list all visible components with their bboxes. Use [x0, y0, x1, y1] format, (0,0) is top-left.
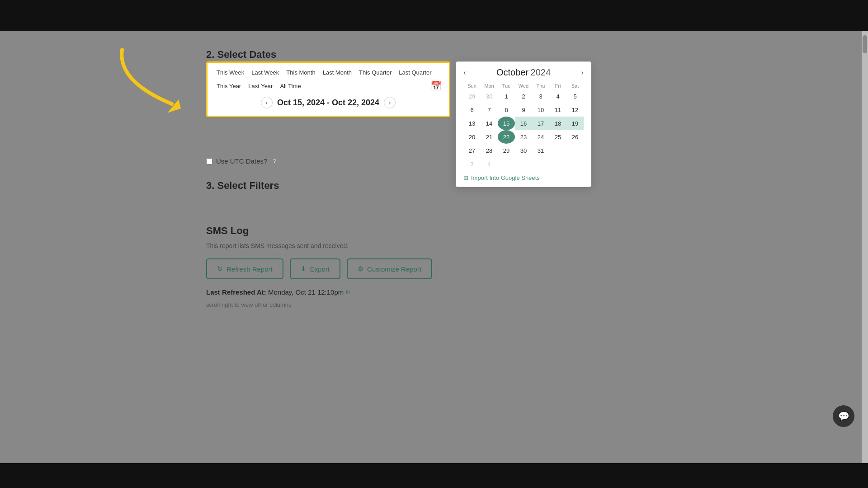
calendar-day-4-1[interactable]: 28 [481, 144, 498, 157]
utc-checkbox[interactable] [206, 158, 212, 164]
chat-icon: 💬 [838, 411, 849, 422]
scroll-hint: scroll right to view other columns [206, 301, 432, 308]
quick-btn-last-quarter[interactable]: Last Quarter [397, 68, 433, 77]
date-range-next[interactable]: › [384, 97, 396, 108]
calendar-day-4-0[interactable]: 27 [463, 144, 481, 157]
calendar-day-2-4[interactable]: 17 [532, 117, 549, 130]
weekday-sun: Sun [463, 82, 481, 89]
table-icon: ⊞ [463, 174, 468, 181]
export-icon: ⬇ [301, 265, 307, 273]
date-picker-left: This Week Last Week This Month Last Mont… [206, 61, 450, 117]
calendar-day-5-3 [515, 157, 532, 171]
date-picker-container: This Week Last Week This Month Last Mont… [206, 61, 805, 187]
weekday-wed: Wed [515, 82, 532, 89]
main-content: 2. Select Dates SMS messages sent and re… [0, 31, 868, 463]
calendar-header: ‹ October 2024 › [463, 67, 584, 78]
sms-log-section: SMS Log This report lists SMS messages s… [206, 225, 432, 308]
calendar-prev-month[interactable]: ‹ [463, 69, 466, 77]
date-range-prev[interactable]: ‹ [261, 97, 273, 108]
calendar-icon-btn[interactable]: 📅 [430, 80, 442, 91]
chat-bubble-button[interactable]: 💬 [833, 405, 854, 427]
calendar-grid: Sun Mon Tue Wed Thu Fri Sat 293012345678… [463, 82, 584, 171]
calendar-day-2-0[interactable]: 13 [463, 117, 481, 130]
calendar-day-3-2[interactable]: 22 [498, 130, 515, 144]
calendar-day-0-3[interactable]: 2 [515, 89, 532, 103]
calendar-day-1-0[interactable]: 6 [463, 103, 481, 117]
quick-select-row: This Week Last Week This Month Last Mont… [215, 68, 442, 91]
calendar-day-1-4[interactable]: 10 [532, 103, 549, 117]
calendar-day-1-1[interactable]: 7 [481, 103, 498, 117]
customize-report-button[interactable]: ⚙ Customize Report [347, 258, 432, 279]
calendar-day-5-0: 3 [463, 157, 481, 171]
calendar-day-0-1: 30 [481, 89, 498, 103]
calendar-day-1-6[interactable]: 12 [566, 103, 584, 117]
step2-title: 2. Select Dates [206, 49, 868, 61]
sms-log-title: SMS Log [206, 225, 432, 237]
calendar-day-1-2[interactable]: 8 [498, 103, 515, 117]
calendar-day-5-4 [532, 157, 549, 171]
calendar-day-1-5[interactable]: 11 [549, 103, 566, 117]
sms-log-desc: This report lists SMS messages sent and … [206, 242, 432, 249]
last-refreshed-label: Last Refreshed At: [206, 288, 266, 296]
refresh-small-icon[interactable]: ↻ [345, 289, 350, 296]
step3-section: 3. Select Filters [206, 180, 279, 194]
calendar-day-3-1[interactable]: 21 [481, 130, 498, 144]
scrollbar-track[interactable] [862, 31, 868, 463]
arrow-annotation [108, 45, 203, 117]
calendar-day-2-1[interactable]: 14 [481, 117, 498, 130]
customize-label: Customize Report [367, 265, 421, 273]
top-bar [0, 0, 868, 31]
refresh-icon: ↻ [217, 265, 223, 273]
export-label: Export [310, 265, 330, 273]
calendar-year: 2024 [531, 67, 551, 77]
calendar-day-2-2[interactable]: 15 [498, 117, 515, 130]
quick-btn-last-year[interactable]: Last Year [246, 82, 274, 90]
calendar-day-5-1: 4 [481, 157, 498, 171]
quick-btn-last-week[interactable]: Last Week [250, 68, 281, 77]
calendar-day-2-6[interactable]: 19 [566, 117, 584, 130]
refresh-report-button[interactable]: ↻ Refresh Report [206, 258, 283, 279]
calendar-day-4-3[interactable]: 30 [515, 144, 532, 157]
calendar-day-4-4[interactable]: 31 [532, 144, 549, 157]
import-google-sheets-link[interactable]: ⊞ Import Into Google Sheets [463, 174, 584, 181]
import-link-text: Import Into Google Sheets [471, 174, 540, 181]
export-button[interactable]: ⬇ Export [290, 258, 340, 279]
weekday-thu: Thu [532, 82, 549, 89]
calendar-day-3-4[interactable]: 24 [532, 130, 549, 144]
calendar-next-month[interactable]: › [581, 69, 584, 77]
help-icon[interactable]: ? [271, 158, 278, 165]
calendar-day-0-0: 29 [463, 89, 481, 103]
weekday-tue: Tue [498, 82, 515, 89]
calendar-day-2-5[interactable]: 18 [549, 117, 566, 130]
calendar-day-0-5[interactable]: 4 [549, 89, 566, 103]
quick-btn-this-quarter[interactable]: This Quarter [357, 68, 393, 77]
calendar-day-5-6 [566, 157, 584, 171]
calendar-popup: ‹ October 2024 › Sun Mon Tue Wed Thu Fri [456, 61, 591, 187]
calendar-day-2-3[interactable]: 16 [515, 117, 532, 130]
weekday-sat: Sat [566, 82, 584, 89]
utc-label: Use UTC Dates? [216, 157, 267, 165]
calendar-day-3-3[interactable]: 23 [515, 130, 532, 144]
calendar-day-3-5[interactable]: 25 [549, 130, 566, 144]
calendar-day-0-4[interactable]: 3 [532, 89, 549, 103]
quick-btn-last-month[interactable]: Last Month [321, 68, 354, 77]
calendar-day-3-6[interactable]: 26 [566, 130, 584, 144]
quick-btn-this-month[interactable]: This Month [284, 68, 317, 77]
calendar-day-1-3[interactable]: 9 [515, 103, 532, 117]
calendar-day-3-0[interactable]: 20 [463, 130, 481, 144]
quick-btn-all-time[interactable]: All Time [278, 82, 302, 90]
calendar-day-0-6[interactable]: 5 [566, 89, 584, 103]
date-range-row: ‹ Oct 15, 2024 - Oct 22, 2024 › [215, 97, 442, 108]
quick-btn-this-year[interactable]: This Year [215, 82, 243, 90]
last-refreshed-value: Monday, Oct 21 12:10pm [268, 288, 344, 296]
bottom-bar [0, 463, 868, 488]
quick-btn-this-week[interactable]: This Week [215, 68, 246, 77]
calendar-day-0-2[interactable]: 1 [498, 89, 515, 103]
date-range-text: Oct 15, 2024 - Oct 22, 2024 [277, 98, 379, 108]
calendar-day-4-2[interactable]: 29 [498, 144, 515, 157]
calendar-day-5-5 [549, 157, 566, 171]
last-refreshed: Last Refreshed At: Monday, Oct 21 12:10p… [206, 288, 432, 296]
calendar-day-4-5 [549, 144, 566, 157]
weekday-mon: Mon [481, 82, 498, 89]
weekday-fri: Fri [549, 82, 566, 89]
